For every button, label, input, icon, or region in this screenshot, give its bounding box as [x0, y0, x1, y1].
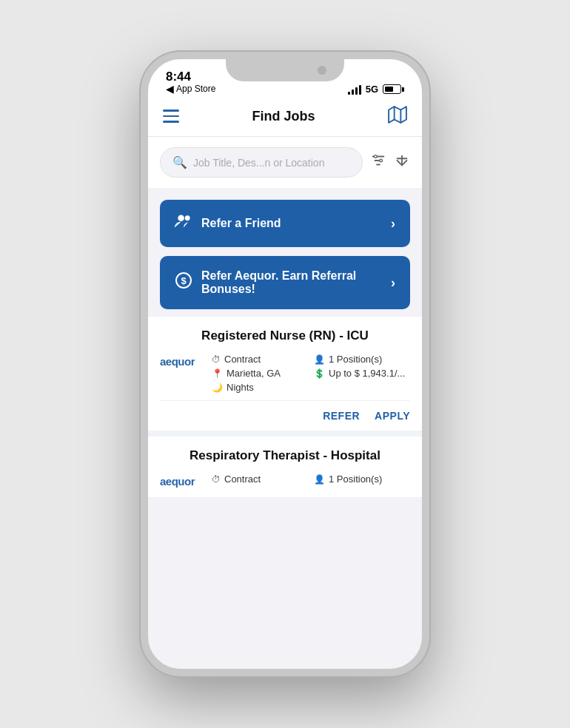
job-positions: 👤 1 Position(s) [314, 473, 410, 485]
refer-friend-chevron-icon: › [391, 216, 395, 232]
camera [318, 66, 326, 75]
hamburger-line-2 [163, 115, 179, 118]
svg-point-7 [380, 159, 383, 162]
hamburger-line-1 [163, 109, 179, 112]
refer-friend-text: Refer a Friend [201, 217, 281, 230]
dollar-icon: 💲 [314, 368, 325, 379]
apply-button[interactable]: APPLY [375, 410, 410, 422]
svg-point-6 [375, 155, 378, 158]
job-pay: 💲 Up to $ 1,943.1/... [314, 368, 410, 379]
jobs-list: Registered Nurse (RN) - ICU aequor ⏱ Con… [148, 317, 422, 497]
network-type: 5G [366, 84, 378, 95]
job-card: Respiratory Therapist - Hospital aequor … [148, 437, 422, 497]
moon-icon: 🌙 [212, 382, 223, 393]
job-shift: 🌙 Nights [212, 382, 410, 393]
job-title: Registered Nurse (RN) - ICU [160, 328, 410, 343]
notch [226, 59, 344, 81]
svg-text:$: $ [181, 275, 187, 286]
job-header-row: aequor ⏱ Contract 👤 1 Position(s) [160, 471, 410, 488]
search-placeholder: Job Title, Des...n or Location [193, 157, 350, 169]
person-icon: 👤 [314, 474, 325, 485]
aequor-logo-text: aequor [160, 355, 195, 368]
map-view-button[interactable] [388, 105, 407, 127]
refer-friend-banner[interactable]: Refer a Friend › [160, 200, 410, 247]
search-section: 🔍 Job Title, Des...n or Location [148, 137, 422, 188]
job-header-row: aequor ⏱ Contract 👤 1 Position(s) [160, 351, 410, 393]
refer-friend-icon [175, 213, 192, 234]
phone-frame: 8:44 ◀ App Store 5G [141, 52, 429, 676]
job-details: ⏱ Contract 👤 1 Position(s) 📍 Marietta, G… [212, 354, 410, 393]
job-type: ⏱ Contract [212, 354, 308, 365]
job-info: ⏱ Contract 👤 1 Position(s) [212, 471, 410, 485]
job-info: ⏱ Contract 👤 1 Position(s) 📍 Marietta, G… [212, 351, 410, 393]
company-logo: aequor [160, 475, 204, 488]
person-icon: 👤 [314, 354, 325, 365]
aequor-logo-text: aequor [160, 475, 195, 488]
page-title: Find Jobs [252, 109, 315, 124]
hamburger-menu-button[interactable] [163, 109, 179, 123]
svg-point-10 [178, 215, 184, 221]
battery-icon [383, 84, 404, 94]
job-title: Respiratory Therapist - Hospital [160, 448, 410, 463]
app-store-back[interactable]: ◀ App Store [166, 83, 215, 95]
refer-aequor-text: Refer Aequor. Earn Referral Bonuses! [201, 269, 391, 296]
search-icon: 🔍 [172, 155, 187, 169]
signal-icon [348, 84, 361, 95]
hamburger-line-3 [163, 121, 179, 123]
job-details: ⏱ Contract 👤 1 Position(s) [212, 473, 410, 485]
app-header: Find Jobs [148, 98, 422, 137]
phone-screen: 8:44 ◀ App Store 5G [148, 59, 422, 669]
clock-icon: ⏱ [212, 474, 221, 485]
svg-marker-0 [389, 107, 406, 123]
job-type: ⏱ Contract [212, 473, 308, 485]
status-indicators: 5G [348, 84, 404, 95]
promo-section: Refer a Friend › $ Refer Aequor. Earn Re… [148, 188, 422, 317]
status-time: 8:44 [166, 70, 191, 83]
location-icon: 📍 [212, 368, 223, 379]
filter-icon[interactable] [370, 152, 386, 172]
refer-aequor-icon: $ [175, 272, 192, 294]
refer-button[interactable]: REFER [323, 410, 360, 422]
refer-aequor-banner[interactable]: $ Refer Aequor. Earn Referral Bonuses! › [160, 256, 410, 309]
job-positions: 👤 1 Position(s) [314, 354, 410, 365]
job-actions: REFER APPLY [160, 400, 410, 422]
job-location: 📍 Marietta, GA [212, 368, 308, 379]
search-bar[interactable]: 🔍 Job Title, Des...n or Location [160, 147, 363, 178]
back-chevron-icon: ◀ [166, 83, 174, 95]
company-logo: aequor [160, 355, 204, 368]
job-card: Registered Nurse (RN) - ICU aequor ⏱ Con… [148, 317, 422, 437]
refer-aequor-chevron-icon: › [391, 275, 395, 291]
svg-point-11 [185, 215, 190, 220]
clock-icon: ⏱ [212, 354, 221, 365]
sort-icon[interactable] [394, 152, 410, 172]
